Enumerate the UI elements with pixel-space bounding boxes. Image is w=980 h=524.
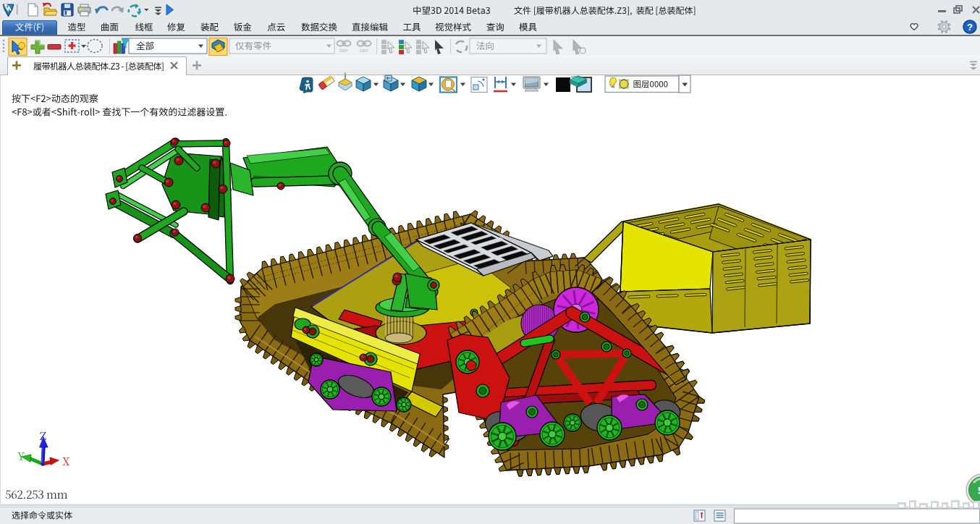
svg-text:?: ? [967,22,973,33]
svg-text:DEF: DEF [360,48,368,53]
svg-text:DEF: DEF [339,48,348,53]
